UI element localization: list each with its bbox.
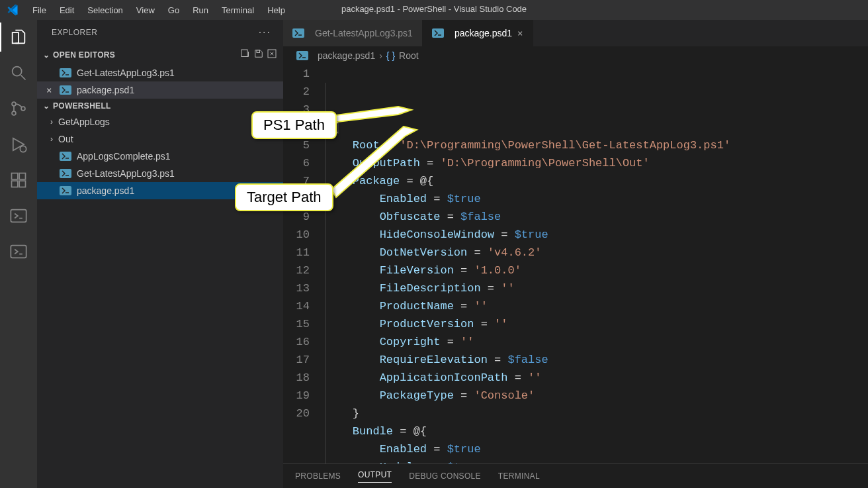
menu-terminal[interactable]: Terminal xyxy=(216,3,260,18)
svg-rect-6 xyxy=(19,173,25,179)
symbol-icon: { } xyxy=(386,50,395,61)
menu-edit[interactable]: Edit xyxy=(54,3,80,18)
search-icon[interactable] xyxy=(8,62,29,83)
editor-group: Get-LatestAppLog3.ps1package.psd1× packa… xyxy=(283,20,868,488)
new-untitled-icon[interactable] xyxy=(239,48,251,62)
powershell-file-icon xyxy=(60,169,71,178)
svg-point-3 xyxy=(21,107,25,111)
more-icon[interactable]: ··· xyxy=(259,26,271,38)
close-all-icon[interactable] xyxy=(266,48,278,62)
folder-item[interactable]: ›Out xyxy=(37,130,283,148)
powershell-file-icon xyxy=(292,28,304,38)
project-header[interactable]: ⌄ POWERSHELL xyxy=(37,99,283,113)
svg-rect-12 xyxy=(257,50,260,53)
powershell-file-icon xyxy=(60,68,71,77)
open-editors-header[interactable]: ⌄ OPEN EDITORS xyxy=(37,45,283,64)
breadcrumb-sep: › xyxy=(379,50,382,61)
annotation-ps1-path: PS1 Path xyxy=(251,111,337,139)
annotation-arrow xyxy=(331,126,423,201)
powershell-file-icon xyxy=(60,85,71,95)
breadcrumb-file: package.psd1 xyxy=(318,50,375,61)
menubar: FileEditSelectionViewGoRunTerminalHelp xyxy=(26,3,291,18)
svg-rect-11 xyxy=(241,50,247,57)
svg-point-4 xyxy=(20,146,26,152)
chevron-down-icon: ⌄ xyxy=(41,50,52,60)
breadcrumb-symbol: Root xyxy=(399,50,419,61)
explorer-sidebar: EXPLORER ··· ⌄ OPEN EDITORS Get-LatestAp… xyxy=(37,20,283,488)
annotation-arrow xyxy=(326,106,418,128)
editor-tab[interactable]: Get-LatestAppLog3.ps1 xyxy=(283,20,423,46)
open-editor-item[interactable]: ×package.psd1 xyxy=(37,81,283,99)
file-item[interactable]: Get-LatestAppLog3.ps1 xyxy=(37,165,283,182)
explorer-icon[interactable] xyxy=(8,26,29,48)
chevron-right-icon: › xyxy=(46,134,57,144)
svg-marker-22 xyxy=(326,107,412,123)
powershell-panel-icon[interactable] xyxy=(8,205,29,226)
vscode-icon xyxy=(5,3,20,17)
svg-point-0 xyxy=(13,67,22,76)
menu-run[interactable]: Run xyxy=(187,3,214,18)
activity-bar xyxy=(0,20,37,488)
title-bar: FileEditSelectionViewGoRunTerminalHelp p… xyxy=(0,0,868,20)
chevron-down-icon: ⌄ xyxy=(41,101,52,111)
svg-marker-23 xyxy=(331,126,417,197)
panel-tabs: PROBLEMSOUTPUTDEBUG CONSOLETERMINAL xyxy=(283,464,868,488)
folder-item[interactable]: ›GetAppLogs xyxy=(37,113,283,130)
run-debug-icon[interactable] xyxy=(8,134,29,155)
panel-tab-problems[interactable]: PROBLEMS xyxy=(295,471,341,481)
source-control-icon[interactable] xyxy=(8,98,29,119)
tab-bar: Get-LatestAppLog3.ps1package.psd1× xyxy=(283,20,868,46)
explorer-title: EXPLORER ··· xyxy=(37,20,283,45)
svg-point-2 xyxy=(12,111,16,115)
annotation-target-path: Target Path xyxy=(235,183,333,211)
powershell-file-icon xyxy=(60,152,71,161)
powershell-file-icon xyxy=(296,51,308,60)
open-editor-item[interactable]: Get-LatestAppLog3.ps1 xyxy=(37,64,283,81)
close-icon[interactable]: × xyxy=(46,85,56,95)
editor-tab[interactable]: package.psd1× xyxy=(423,20,533,46)
panel-tab-output[interactable]: OUTPUT xyxy=(358,470,392,483)
window-title: package.psd1 - PowerShell - Visual Studi… xyxy=(341,4,527,14)
close-icon[interactable]: × xyxy=(517,28,523,38)
menu-help[interactable]: Help xyxy=(261,3,291,18)
breadcrumb[interactable]: package.psd1 › { } Root xyxy=(283,46,868,65)
menu-selection[interactable]: Selection xyxy=(81,3,128,18)
chevron-right-icon: › xyxy=(46,117,57,126)
powershell-panel-icon-2[interactable] xyxy=(8,241,29,262)
close-icon[interactable] xyxy=(46,68,56,78)
file-item[interactable]: AppLogsComplete.ps1 xyxy=(37,148,283,165)
panel-tab-terminal[interactable]: TERMINAL xyxy=(498,471,540,481)
panel-tab-debug-console[interactable]: DEBUG CONSOLE xyxy=(409,471,481,481)
svg-rect-7 xyxy=(12,181,18,187)
save-all-icon[interactable] xyxy=(253,48,265,62)
svg-rect-8 xyxy=(19,181,25,187)
powershell-file-icon xyxy=(432,28,444,38)
menu-view[interactable]: View xyxy=(130,3,161,18)
svg-rect-5 xyxy=(12,173,18,179)
powershell-file-icon xyxy=(60,186,71,195)
svg-point-1 xyxy=(12,102,16,106)
menu-go[interactable]: Go xyxy=(162,3,185,18)
extensions-icon[interactable] xyxy=(8,170,29,191)
menu-file[interactable]: File xyxy=(26,3,52,18)
